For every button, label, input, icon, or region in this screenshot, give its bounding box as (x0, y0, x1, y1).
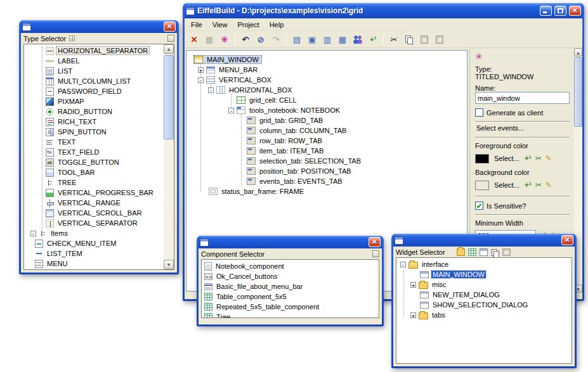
list-item[interactable]: PIXMAP (24, 96, 174, 106)
list-item[interactable]: TOOL_BAR (24, 167, 174, 177)
list-item[interactable]: labelLABEL (24, 56, 174, 66)
generate-as-client-checkbox[interactable] (475, 108, 483, 117)
expand-toggle[interactable] (410, 312, 416, 318)
generate-as-client-row[interactable]: Generate as client (475, 108, 570, 117)
tree-row[interactable]: HORIZONTAL_BOX (186, 85, 467, 95)
collapse-toggle[interactable] (208, 87, 214, 93)
expand-toggle[interactable] (410, 282, 416, 288)
plus-one-icon[interactable]: +¹ (525, 181, 532, 189)
minimize-button[interactable] (540, 6, 552, 16)
list-item[interactable]: CHECK_MENU_ITEM (24, 238, 174, 248)
menu-help[interactable]: Help (265, 20, 289, 30)
tree-row[interactable]: events_tab: EVENTS_TAB (186, 176, 467, 186)
panel-options-button[interactable] (167, 35, 174, 42)
save-button[interactable]: ▦ (202, 32, 216, 46)
tree-row[interactable]: position_tab: POSITION_TAB (186, 166, 467, 176)
redo-button[interactable]: ↷ (269, 32, 283, 46)
add-window-icon[interactable] (480, 248, 488, 256)
background-select-button[interactable]: Select... (493, 181, 521, 189)
widget-selector-titlebar[interactable] (393, 234, 575, 247)
list-item[interactable]: LIST (24, 66, 174, 76)
tree-row[interactable]: NEW_ITEM_DIALOG (396, 290, 572, 300)
undo-button[interactable]: ↶ (238, 32, 252, 46)
menu-view[interactable]: View (207, 20, 233, 30)
scissors-icon[interactable]: ✂ (535, 181, 542, 189)
foreground-color-swatch[interactable] (475, 154, 489, 164)
list-item[interactable]: •••PASSWORD_FIELD (24, 86, 174, 96)
window-grid-button[interactable]: ▣ (305, 32, 319, 46)
tree-row[interactable]: SHOW_SELECTION_DIALOG (396, 300, 572, 310)
tree-row[interactable]: selection_tab: SELECTION_TAB (186, 156, 467, 166)
pencil-icon[interactable]: ✎ (546, 181, 552, 189)
maximize-button[interactable] (554, 6, 566, 16)
cut-button[interactable]: ✂ (387, 32, 401, 46)
is-sensitive-row[interactable]: Is Sensitive? (475, 202, 570, 210)
insert-button[interactable] (433, 32, 447, 46)
tree-row[interactable]: grid_cell: CELL (186, 95, 467, 105)
list-item[interactable]: TEXT (24, 137, 174, 147)
background-color-swatch[interactable] (475, 181, 489, 190)
add-constant-button[interactable]: +¹ (366, 32, 380, 46)
list-item[interactable]: VERTICAL_SEPARATOR (24, 218, 174, 228)
paste-icon[interactable] (502, 248, 511, 256)
panel-options-button[interactable] (372, 250, 379, 257)
tree-row[interactable]: MAIN_WINDOW (396, 269, 572, 279)
foreground-select-button[interactable]: Select... (493, 154, 521, 163)
list-item[interactable]: abTOGGLE_BUTTON (24, 157, 174, 167)
list-item[interactable]: TREE (24, 177, 174, 188)
list-item[interactable]: VERTICAL_SCROLL_BAR (24, 208, 174, 218)
close-button[interactable] (561, 235, 573, 245)
scrollbar-thumb[interactable] (164, 55, 174, 139)
list-item[interactable]: RADIO_BUTTON (24, 106, 174, 117)
close-button[interactable] (569, 6, 581, 16)
expand-toggle[interactable] (198, 67, 204, 73)
type-selector-titlebar[interactable] (21, 20, 177, 33)
plus-one-icon[interactable]: +¹ (525, 154, 532, 163)
tree-row[interactable]: row_tab: ROW_TAB (186, 136, 467, 146)
list-item[interactable]: RICH_TEXT (24, 117, 174, 127)
select-events-button[interactable]: Select events... (475, 124, 570, 132)
list-item[interactable]: 2SPIN_BUTTON (24, 127, 174, 137)
list-item[interactable]: HORIZONTAL_SEPARATOR (24, 46, 174, 56)
collapse-toggle[interactable] (228, 108, 234, 113)
collapse-toggle[interactable] (30, 231, 36, 236)
collapse-toggle[interactable] (400, 262, 406, 267)
list-item[interactable]: Basic_file_about_menu_bar (202, 281, 379, 292)
window-columns-button[interactable]: ▥ (320, 32, 334, 46)
paste-button[interactable] (417, 32, 431, 46)
tree-row[interactable]: status_bar_frame: FRAME (186, 186, 467, 196)
list-item[interactable]: VERTICAL_PROGRESS_BAR (24, 188, 174, 198)
tree-node-items[interactable]: Items (24, 228, 174, 238)
collapse-toggle[interactable] (198, 77, 204, 83)
scroll-up-button[interactable] (164, 44, 174, 54)
list-item[interactable]: Table_component_5x5 (202, 292, 379, 302)
folder-icon[interactable] (457, 248, 465, 256)
close-button[interactable] (164, 22, 176, 32)
tree-row[interactable]: interface (396, 259, 572, 269)
delete-button[interactable]: ✕ (187, 32, 201, 46)
list-item[interactable]: BETEXT_FIELD (24, 147, 174, 157)
scrollbar-thumb[interactable] (574, 57, 582, 127)
tree-row[interactable]: misc (396, 279, 572, 290)
tree-row[interactable]: MAIN_WINDOW (186, 55, 467, 65)
unlink-button[interactable]: ⊘ (254, 32, 268, 46)
copy-button[interactable] (402, 32, 416, 46)
users-button[interactable] (351, 32, 365, 46)
build-button[interactable]: ▤ (290, 32, 304, 46)
tree-row[interactable]: tabs (396, 310, 572, 320)
list-item[interactable]: Ok_Cancel_buttons (202, 271, 379, 281)
vertical-scrollbar[interactable] (164, 44, 174, 269)
tree-row[interactable]: VERTICAL_BOX (186, 75, 467, 85)
menu-file[interactable]: File (186, 20, 207, 30)
main-titlebar[interactable]: EiffelBuild - D:\projects\examples\visio… (185, 3, 582, 18)
list-item[interactable]: VERTICAL_RANGE (24, 198, 174, 208)
list-item[interactable]: Tree (202, 312, 379, 318)
list-item[interactable]: Notebook_component (202, 261, 379, 271)
wand-button[interactable]: ✳ (218, 32, 232, 46)
list-item[interactable]: MULTI_COLUMN_LIST (24, 76, 174, 86)
add-table-icon[interactable] (468, 248, 476, 256)
name-input[interactable] (475, 92, 570, 104)
tree-row[interactable]: column_tab: COLUMN_TAB (186, 125, 467, 136)
list-item[interactable]: Repeated_5x5_table_component (202, 302, 379, 312)
pencil-icon[interactable]: ✎ (546, 154, 552, 163)
